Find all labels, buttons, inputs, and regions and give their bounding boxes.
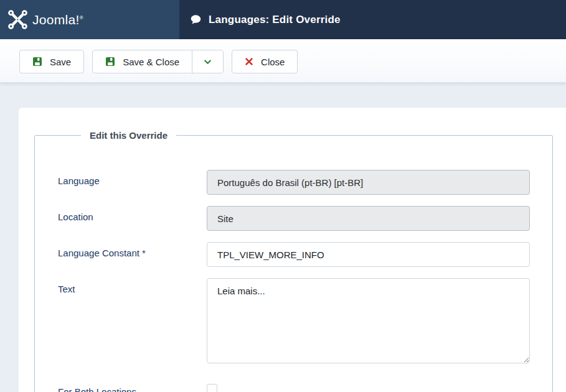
save-button[interactable]: Save [19, 50, 84, 73]
text-control: Leia mais... [207, 278, 530, 366]
location-control [207, 206, 530, 231]
language-label: Language [58, 170, 207, 195]
location-label: Location [58, 206, 207, 231]
save-options-dropdown-button[interactable] [192, 50, 223, 73]
save-icon [32, 57, 42, 67]
page-background: Edit this Override Language Location Lan… [0, 83, 566, 392]
page-title-bar: Languages: Edit Override [179, 0, 566, 39]
close-button[interactable]: Close [232, 50, 298, 73]
chevron-down-icon [203, 57, 212, 67]
for-both-locations-row: For Both Locations [58, 381, 552, 392]
registered-mark: ® [80, 15, 83, 21]
toolbar: Save Save & Close [0, 39, 566, 83]
location-field [207, 206, 530, 231]
text-label: Text [58, 278, 207, 366]
language-field [207, 170, 530, 195]
text-field[interactable]: Leia mais... [207, 278, 530, 363]
edit-override-fieldset: Edit this Override Language Location Lan… [34, 130, 553, 392]
language-constant-control [207, 242, 530, 267]
save-and-close-button-label: Save & Close [123, 57, 179, 67]
language-constant-field[interactable] [207, 242, 530, 267]
fieldset-legend: Edit this Override [81, 130, 176, 141]
close-icon [245, 57, 253, 66]
admin-header: Joomla!® Languages: Edit Override [0, 0, 566, 39]
edit-override-card: Edit this Override Language Location Lan… [19, 108, 566, 392]
location-row: Location [58, 206, 552, 231]
for-both-locations-checkbox[interactable] [207, 384, 217, 392]
language-control [207, 170, 530, 195]
save-icon [105, 57, 115, 67]
page-title: Languages: Edit Override [209, 14, 341, 26]
joomla-logo: Joomla!® [0, 0, 179, 39]
text-row: Text Leia mais... [58, 278, 552, 366]
app-window: Joomla!® Languages: Edit Override Save [0, 0, 566, 392]
language-constant-label: Language Constant * [58, 242, 207, 267]
joomla-logo-icon [8, 10, 27, 29]
language-constant-row: Language Constant * [58, 242, 552, 267]
for-both-locations-control [207, 381, 217, 392]
language-row: Language [58, 170, 552, 195]
for-both-locations-label: For Both Locations [58, 381, 207, 392]
save-close-button-group: Save & Close [92, 50, 224, 73]
comment-icon [191, 14, 201, 25]
joomla-logo-text: Joomla!® [32, 12, 83, 27]
close-button-label: Close [261, 57, 285, 67]
save-button-label: Save [50, 57, 71, 67]
save-and-close-button[interactable]: Save & Close [93, 50, 192, 73]
